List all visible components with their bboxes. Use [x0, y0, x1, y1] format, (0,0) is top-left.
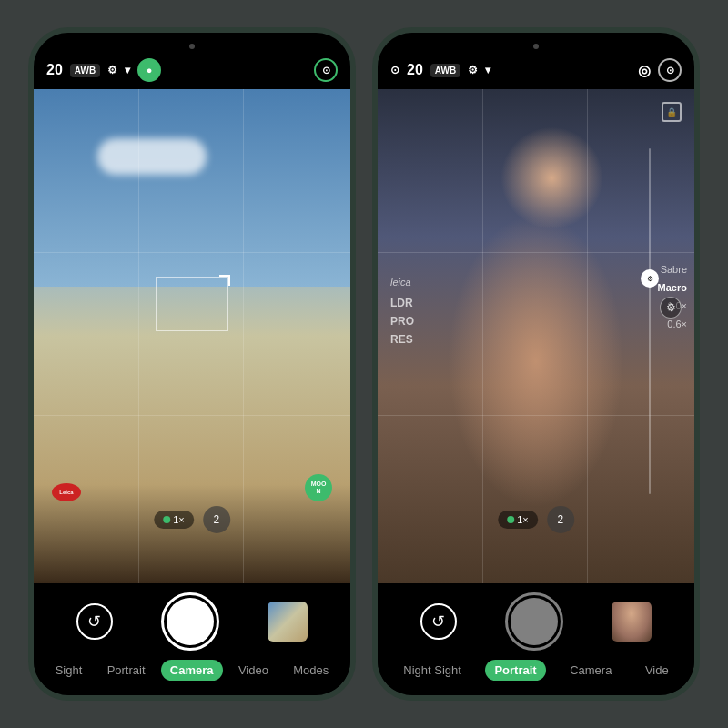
- capture-icon-left[interactable]: ⊙: [314, 58, 338, 82]
- awb-badge-right: AWB: [430, 64, 460, 77]
- mode-modes-left[interactable]: Modes: [284, 660, 338, 681]
- zoom-2x-right[interactable]: 2: [547, 506, 574, 533]
- slider-thumb-right[interactable]: ⚙: [641, 269, 659, 288]
- phone-notch-right: [533, 44, 539, 49]
- mode-video-right[interactable]: Vide: [636, 660, 678, 681]
- mode-camera-right[interactable]: Camera: [561, 660, 621, 681]
- left-panel-right: LDR PRO RES: [390, 297, 414, 346]
- lock-icon-right[interactable]: 🔒: [662, 102, 682, 122]
- shutter-inner-right: [511, 598, 558, 645]
- mode-ldr[interactable]: LDR: [390, 297, 414, 309]
- exposure-slider-right[interactable]: ⚙: [649, 148, 651, 494]
- zoom-1x-right[interactable]: 1×: [498, 511, 538, 529]
- zoom-1x-left[interactable]: 1×: [154, 511, 194, 529]
- viewfinder-right: 🔒 ⚙ leica LDR PRO RES Sabre Macro 1.0× 0…: [378, 89, 694, 583]
- mode-portrait-left[interactable]: Portrait: [98, 660, 155, 681]
- chevron-icon-right[interactable]: ▾: [485, 64, 490, 76]
- chevron-icon-left[interactable]: ▾: [125, 64, 130, 76]
- zoom-2x-left[interactable]: 2: [203, 506, 230, 533]
- zoom-active-dot-left: [163, 516, 170, 523]
- leica-badge-left: Leica: [52, 483, 81, 501]
- mode-video-left[interactable]: Video: [229, 660, 278, 681]
- moon-badge-left[interactable]: MOON: [305, 474, 332, 501]
- settings-icon-left[interactable]: ⚙: [107, 64, 117, 76]
- mode-icon-left[interactable]: ●: [137, 58, 161, 82]
- mode-bar-right: Night Sight Portrait Camera Vide: [378, 654, 694, 692]
- thumbnail-left[interactable]: [268, 602, 308, 642]
- iso-value-right: 20: [407, 62, 423, 78]
- zoom-1x-label-left: 1×: [173, 514, 185, 525]
- shutter-button-left[interactable]: [161, 592, 219, 651]
- zoom-controls-left: 1× 2: [154, 506, 230, 533]
- aperture-icon-right[interactable]: ◎: [638, 62, 651, 79]
- clouds-left: [97, 138, 207, 175]
- phone-left: 20 AWB ⚙ ▾ ● ⊙ Leica MOON: [28, 27, 356, 701]
- lens-macro[interactable]: Macro: [658, 280, 687, 295]
- capture-icon-right[interactable]: ⊙: [658, 58, 682, 82]
- shutter-row-right: ↺: [378, 592, 694, 651]
- phone-notch-left: [189, 44, 195, 49]
- thumbnail-building-left: [268, 602, 308, 642]
- focus-box-left: [156, 277, 228, 331]
- viewfinder-left: Leica MOON 1× 2: [34, 89, 350, 583]
- mode-sight-left[interactable]: Sight: [46, 660, 92, 681]
- mode-res[interactable]: RES: [390, 333, 414, 346]
- bottom-controls-right: ↺ Night Sight Portrait Camera Vide: [378, 583, 694, 695]
- zoom-active-dot-right: [507, 516, 514, 523]
- top-bar-left: 20 AWB ⚙ ▾ ● ⊙: [34, 33, 350, 89]
- zoom-1x-label-right: 1×: [517, 514, 529, 525]
- shutter-row-left: ↺: [34, 592, 350, 651]
- lens-sabre[interactable]: Sabre: [661, 262, 687, 277]
- phone-right: ⊙ 20 AWB ⚙ ▾ ◎ ⊙ 🔒 ⚙ leica LDR PRO: [372, 27, 700, 701]
- thumbnail-right[interactable]: [612, 602, 652, 642]
- sky-left: [34, 89, 350, 287]
- mode-portrait-right[interactable]: Portrait: [485, 660, 545, 681]
- focus-icon-right[interactable]: ⊙: [390, 64, 399, 76]
- shutter-button-right[interactable]: [505, 592, 563, 651]
- gear-icon-right[interactable]: ⚙: [660, 297, 682, 318]
- settings-icon-right[interactable]: ⚙: [468, 64, 478, 76]
- mode-bar-left: Sight Portrait Camera Video Modes: [34, 654, 350, 692]
- zoom-06x-side[interactable]: 0.6×: [667, 317, 687, 331]
- iso-value-left: 20: [46, 62, 63, 78]
- flip-button-right[interactable]: ↺: [420, 603, 457, 640]
- mode-camera-left[interactable]: Camera: [161, 660, 223, 681]
- thumbnail-person-right: [612, 602, 652, 642]
- zoom-controls-right: 1× 2: [498, 506, 574, 533]
- mode-pro[interactable]: PRO: [390, 315, 414, 328]
- bottom-controls-left: ↺ Sight Portrait Camera Video Modes: [34, 583, 350, 695]
- awb-badge-left: AWB: [70, 64, 100, 77]
- leica-text-right: leica: [390, 277, 411, 288]
- shutter-inner-left: [167, 598, 214, 645]
- flip-button-left[interactable]: ↺: [76, 603, 113, 640]
- top-bar-right: ⊙ 20 AWB ⚙ ▾ ◎ ⊙: [378, 33, 694, 89]
- mode-night-sight-right[interactable]: Night Sight: [394, 660, 470, 681]
